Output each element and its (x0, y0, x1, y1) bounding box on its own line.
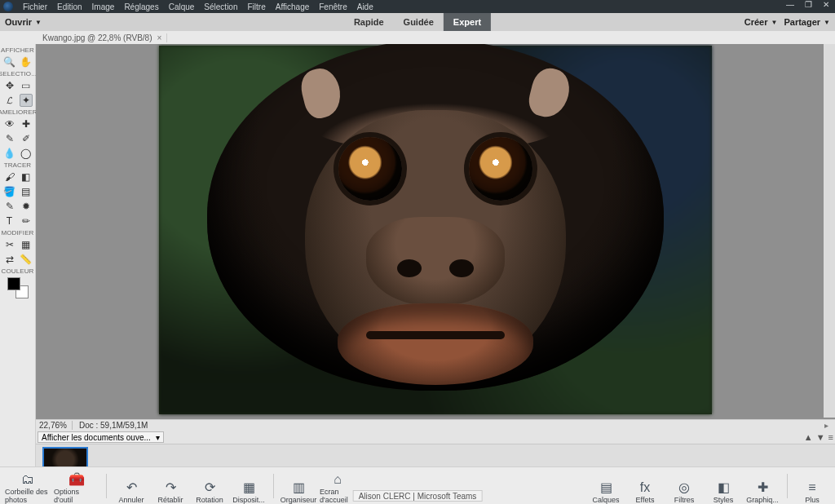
effects-panel-button[interactable]: fx Effets (627, 471, 663, 504)
home-button[interactable]: ⌂ Ecran d'accueil (320, 471, 356, 504)
open-button[interactable]: Ouvrir ▼ (0, 17, 46, 27)
organizer-label: Organiseur (281, 496, 317, 504)
toolbox-section-ameliorer: AMELIORER (0, 108, 38, 116)
custom-shape-tool[interactable]: ✹ (20, 200, 33, 213)
filters-label: Filtres (674, 496, 695, 504)
more-panel-button[interactable]: ≡ Plus (794, 471, 830, 504)
smart-brush-tool[interactable]: ✐ (20, 132, 33, 145)
filters-panel-button[interactable]: ◎ Filtres (666, 471, 702, 504)
styles-panel-button[interactable]: ◧ Styles (705, 471, 741, 504)
graphics-panel-button[interactable]: ✚ Graphiq... (744, 471, 780, 504)
menu-selection[interactable]: Sélection (199, 2, 242, 11)
menu-filtre[interactable]: Filtre (243, 2, 271, 11)
scroll-right-icon[interactable]: ▸ (820, 421, 832, 430)
layers-icon: ▤ (600, 481, 612, 494)
open-documents-row: Afficher les documents ouve... ▾ ▲ ▼ ≡ (36, 431, 835, 444)
share-menu[interactable]: Partager ▼ (784, 17, 830, 27)
menu-calque[interactable]: Calque (164, 2, 200, 11)
document-canvas[interactable] (159, 46, 712, 414)
effects-icon: fx (640, 481, 650, 494)
straighten-tool[interactable]: 📏 (20, 253, 33, 266)
bottom-bar-right: ▤ Calques fx Effets ◎ Filtres ◧ Styles ✚… (588, 467, 835, 504)
mode-tabs: Rapide Guidée Expert (344, 13, 491, 31)
toolbox-section-couleur: COULEUR (2, 267, 34, 275)
graphics-label: Graphiq... (746, 496, 779, 504)
photo-bin-label: Corbeille des photos (5, 488, 51, 504)
layout-button[interactable]: ▦ Disposit... (231, 471, 267, 504)
separator (787, 474, 788, 498)
paint-bucket-tool[interactable]: 🪣 (3, 185, 16, 198)
quick-select-tool[interactable]: ✦ (20, 94, 33, 107)
sponge-tool[interactable]: ◯ (20, 147, 33, 160)
pencil-tool[interactable]: ✏ (20, 214, 33, 228)
redo-button[interactable]: ↷ Rétablir (152, 471, 188, 504)
panel-menu-icon[interactable]: ≡ (828, 432, 833, 442)
type-tool[interactable]: T (3, 214, 16, 228)
open-label: Ouvrir (5, 17, 32, 27)
menu-fichier[interactable]: Fichier (18, 2, 52, 11)
more-label: Plus (805, 496, 820, 504)
color-picker-tool[interactable]: ✎ (3, 200, 16, 213)
create-menu[interactable]: Créer ▼ (744, 17, 778, 27)
red-eye-tool[interactable]: 👁 (3, 117, 16, 130)
menu-affichage[interactable]: Affichage (271, 2, 315, 11)
separator (106, 474, 107, 498)
organizer-button[interactable]: ▥ Organiseur (281, 471, 316, 504)
close-icon[interactable]: × (157, 33, 161, 42)
zoom-tool[interactable]: 🔍 (3, 55, 16, 69)
scroll-down-icon[interactable]: ▼ (816, 432, 825, 442)
whiten-tool[interactable]: ✎ (3, 132, 16, 145)
undo-button[interactable]: ↶ Annuler (113, 471, 149, 504)
spot-heal-tool[interactable]: ✚ (20, 117, 33, 130)
tool-options-button[interactable]: 🧰 Options d'outil (54, 471, 99, 504)
image-subject-mouth (338, 303, 533, 385)
minimize-button[interactable]: — (784, 0, 796, 9)
scroll-up-icon[interactable]: ▲ (804, 432, 813, 442)
menu-reglages[interactable]: Réglages (119, 2, 163, 11)
image-subject-eye (469, 137, 532, 201)
menu-edition[interactable]: Edition (52, 2, 87, 11)
color-swatches[interactable] (7, 277, 29, 298)
photo-bin-thumbnail[interactable] (42, 447, 88, 467)
lasso-tool[interactable]: 𝓛 (3, 94, 16, 107)
rect-marquee-tool[interactable]: ▭ (20, 79, 33, 92)
styles-label: Styles (714, 496, 734, 504)
menu-bar: Fichier Edition Image Réglages Calque Sé… (0, 0, 835, 13)
image-subject-eye (338, 137, 402, 201)
gradient-tool[interactable]: ▤ (20, 185, 33, 198)
rotate-button[interactable]: ⟳ Rotation (192, 471, 228, 504)
tab-guided[interactable]: Guidée (394, 13, 444, 31)
photo-bin-button[interactable]: 🗂 Corbeille des photos (5, 471, 51, 504)
layout-label: Disposit... (232, 496, 265, 504)
recompose-tool[interactable]: ▦ (20, 238, 33, 251)
open-documents-dropdown[interactable]: Afficher les documents ouve... ▾ (38, 431, 164, 443)
document-tab-title: Kwango.jpg @ 22,8% (RVB/8) (42, 33, 152, 42)
tab-quick[interactable]: Rapide (344, 13, 394, 31)
vertical-scrollbar[interactable] (824, 44, 835, 418)
hand-tool[interactable]: ✋ (20, 55, 33, 69)
brush-tool[interactable]: 🖌 (3, 170, 16, 183)
maximize-button[interactable]: ❐ (802, 0, 814, 9)
chevron-down-icon: ▼ (824, 19, 830, 26)
eraser-tool[interactable]: ◧ (20, 170, 33, 183)
document-tab[interactable]: Kwango.jpg @ 22,8% (RVB/8) × (38, 33, 167, 42)
document-tabstrip: Kwango.jpg @ 22,8% (RVB/8) × (0, 31, 835, 44)
menu-fenetre[interactable]: Fenêtre (314, 2, 351, 11)
photo-bin (36, 444, 835, 466)
blur-tool[interactable]: 💧 (3, 147, 16, 160)
crop-tool[interactable]: ✂ (3, 238, 16, 251)
toolbox-section-tracer: TRACER (4, 161, 32, 169)
zoom-value[interactable]: 22,76% (39, 421, 73, 430)
move-tool[interactable]: ✥ (3, 79, 16, 92)
content-move-tool[interactable]: ⇄ (3, 253, 16, 266)
doc-size-value: Doc : 59,1M/59,1M (79, 421, 148, 430)
close-button[interactable]: ✕ (820, 0, 832, 9)
thumbnail-image (44, 449, 86, 467)
menu-image[interactable]: Image (87, 2, 120, 11)
tool-options-icon: 🧰 (68, 473, 85, 486)
tab-expert[interactable]: Expert (444, 13, 491, 31)
foreground-color-swatch[interactable] (7, 277, 20, 290)
menu-aide[interactable]: Aide (352, 2, 378, 11)
mode-toolbar: Ouvrir ▼ Rapide Guidée Expert Créer ▼ Pa… (0, 13, 835, 31)
layers-panel-button[interactable]: ▤ Calques (588, 471, 624, 504)
